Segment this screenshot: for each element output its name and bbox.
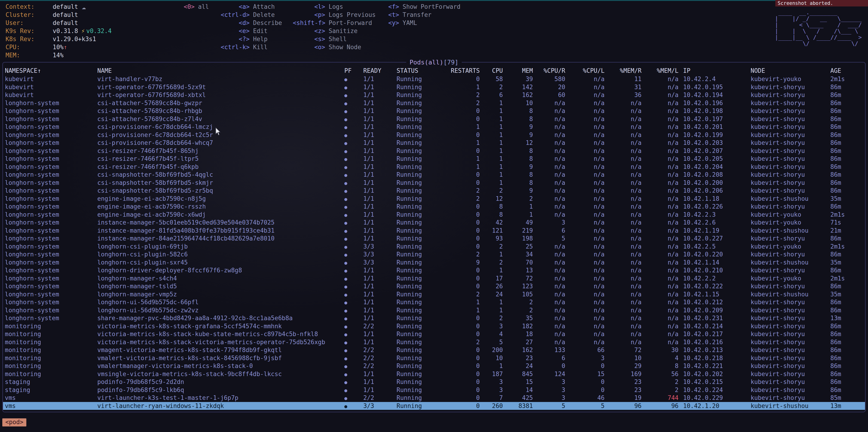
pod-row[interactable]: longhorn-system longhorn-manager-tsld5 ●… [3, 282, 865, 290]
pod-row[interactable]: longhorn-system csi-attacher-57689cc84b-… [3, 99, 865, 107]
pod-row[interactable]: longhorn-system csi-snapshotter-58bf69fb… [3, 187, 865, 195]
pod-row[interactable]: longhorn-system engine-image-ei-acb7590c… [3, 195, 865, 203]
cell-mem-l: n/a [643, 195, 680, 202]
pod-row[interactable]: longhorn-system longhorn-csi-plugin-69tj… [3, 242, 865, 251]
hotkey-menu-item[interactable]: <t> Transfer [388, 11, 467, 19]
ready-dot-icon: ● [344, 276, 347, 281]
cell-mem-r: n/a [607, 267, 643, 274]
pod-row[interactable]: longhorn-system longhorn-manager-s4ch4 ●… [3, 274, 865, 283]
pod-row[interactable]: longhorn-system instance-manager-84ae215… [3, 234, 865, 242]
pod-row[interactable]: longhorn-system instance-manager-81fd5a4… [3, 227, 865, 235]
hotkey-menu-item[interactable]: <shift-f> Port-Forward [293, 19, 388, 27]
cell-cpu-r: n/a [535, 123, 567, 130]
cell-namespace: longhorn-system [3, 107, 97, 114]
hotkey-menu-item[interactable]: <0> all [183, 3, 221, 11]
cell-ip: 10.42.0.212 [680, 299, 747, 306]
hotkey-key: <0> [183, 3, 194, 11]
cell-cpu: 3 [482, 323, 505, 330]
k9s-rev-row: K9s Rev: v0.31.8 ⚡ v0.32.4 [5, 27, 178, 35]
cell-pf: ● [342, 355, 363, 362]
cell-mem-r: n/a [607, 100, 643, 106]
pod-row[interactable]: monitoring victoria-metrics-k8s-stack-vi… [3, 338, 865, 346]
hotkey-menu-item[interactable]: <ctrl-d> Delete [221, 11, 293, 19]
ready-dot-icon: ● [344, 404, 347, 409]
pod-row[interactable]: longhorn-system instance-manager-5bc01ee… [3, 219, 865, 227]
cell-status: Running [397, 314, 449, 322]
pod-row[interactable]: longhorn-system csi-resizer-7466f7b45f-q… [3, 163, 865, 171]
cell-restarts: 1 [449, 307, 482, 314]
pod-row[interactable]: monitoring vmsingle-victoria-metrics-k8s… [3, 370, 865, 378]
cell-ip: 10.42.0.226 [680, 203, 747, 210]
cell-node: kubevirt-shoryu [747, 314, 827, 322]
hotkey-menu-item[interactable]: <f> Show PortForward [388, 3, 467, 11]
cell-node: kubevirt-youko [747, 275, 827, 282]
cell-restarts: 1 [449, 299, 482, 306]
pod-row[interactable]: longhorn-system csi-attacher-57689cc84b-… [3, 107, 865, 115]
cell-ip: 10.42.0.229 [680, 394, 747, 401]
pod-row[interactable]: staging podinfo-79db68f5c9-lkb6q ● 1/1 R… [3, 386, 865, 394]
pod-row[interactable]: longhorn-system csi-provisioner-6c78dcb6… [3, 131, 865, 139]
hotkey-menu-item[interactable]: <o> Show Node [293, 43, 388, 51]
pod-row[interactable]: longhorn-system longhorn-csi-plugin-sxr4… [3, 259, 865, 267]
pod-row[interactable]: kubevirt virt-handler-v77bz ● 1/1 Runnin… [3, 75, 865, 83]
cell-mem-r: n/a [607, 307, 643, 314]
cell-ready: 1/1 [363, 370, 397, 377]
pod-row[interactable]: longhorn-system longhorn-ui-56d9b575dc-6… [3, 298, 865, 306]
hotkey-menu-item[interactable]: <?> Help [221, 35, 293, 43]
hotkey-column-filters: <0> all [183, 3, 221, 59]
pod-row[interactable]: longhorn-system csi-resizer-7466f7b45f-8… [3, 147, 865, 155]
hotkey-menu-item[interactable]: <p> Logs Previous [293, 11, 388, 19]
hotkey-menu-item[interactable]: <s> Shell [293, 35, 388, 43]
cell-status: Running [397, 339, 449, 345]
pod-row[interactable]: longhorn-system longhorn-csi-plugin-582c… [3, 251, 865, 259]
col-header-mem: MEM [505, 67, 535, 74]
pod-row[interactable]: monitoring victoria-metrics-k8s-stack-ku… [3, 330, 865, 338]
pod-row[interactable]: longhorn-system engine-image-ei-acb7590c… [3, 211, 865, 219]
pod-row[interactable]: vms virt-launcher-k3s-test-1-master-1-j6… [3, 394, 865, 402]
pod-row[interactable]: longhorn-system csi-snapshotter-58bf69fb… [3, 179, 865, 187]
hotkey-menu-item[interactable]: <a> Attach [221, 3, 293, 11]
cell-node: kubevirt-shoryu [747, 307, 827, 314]
cell-cpu-l: n/a [567, 187, 607, 194]
cell-pf: ● [342, 299, 363, 306]
cell-mem: 2 [505, 195, 535, 202]
hotkey-key: <l> [293, 3, 325, 11]
hotkey-menu-item[interactable]: <d> Describe [221, 19, 293, 27]
cell-pf: ● [342, 123, 363, 130]
cell-age: 86m [827, 171, 865, 178]
pod-row[interactable]: longhorn-system longhorn-driver-deployer… [3, 266, 865, 274]
cell-cpu-r: 60 [535, 92, 567, 98]
cell-node: kubevirt-shoryu [747, 331, 827, 337]
cell-namespace: longhorn-system [3, 179, 97, 186]
ready-dot-icon: ● [344, 204, 347, 210]
pod-row[interactable]: vms virt-launcher-ryan-windows-11-zkdqk … [3, 402, 865, 410]
cell-restarts: 1 [449, 84, 482, 91]
cell-restarts: 0 [449, 370, 482, 377]
pod-row[interactable]: longhorn-system csi-attacher-57689cc84b-… [3, 115, 865, 123]
hotkey-menu-item[interactable]: <e> Edit [221, 27, 293, 35]
hotkey-menu-item[interactable]: <l> Logs [293, 3, 388, 11]
pod-row[interactable]: kubevirt virt-operator-6776f5689d-5zx9t … [3, 83, 865, 91]
pod-row[interactable]: longhorn-system csi-provisioner-6c78dcb6… [3, 139, 865, 147]
pod-row[interactable]: monitoring vmalertmanager-victoria-metri… [3, 362, 865, 370]
pods-table-body: kubevirt virt-handler-v77bz ● 1/1 Runnin… [3, 75, 865, 410]
cell-cpu-l: n/a [567, 339, 607, 345]
pod-row[interactable]: longhorn-system longhorn-manager-vmp5z ●… [3, 290, 865, 298]
hotkey-menu-item[interactable]: <z> Sanitize [293, 27, 388, 35]
pod-row[interactable]: monitoring victoria-metrics-k8s-stack-gr… [3, 322, 865, 330]
hotkey-menu-item[interactable]: <y> YAML [388, 19, 467, 27]
pod-row[interactable]: kubevirt virt-operator-6776f5689d-xbtxl … [3, 91, 865, 99]
pod-row[interactable]: monitoring vmalert-victoria-metrics-k8s-… [3, 354, 865, 362]
pod-row[interactable]: longhorn-system longhorn-ui-56d9b575dc-z… [3, 306, 865, 314]
pod-row[interactable]: longhorn-system engine-image-ei-acb7590c… [3, 203, 865, 211]
pod-row[interactable]: monitoring vmagent-victoria-metrics-k8s-… [3, 346, 865, 354]
cell-node: kubevirt-shoryu [747, 235, 827, 242]
pod-row[interactable]: longhorn-system csi-resizer-7466f7b45f-l… [3, 155, 865, 163]
pod-row[interactable]: longhorn-system csi-snapshotter-58bf69fb… [3, 171, 865, 179]
cell-ip: 10.42.0.217 [680, 331, 747, 337]
pod-row[interactable]: longhorn-system csi-provisioner-6c78dcb6… [3, 123, 865, 131]
hotkey-menu-item[interactable]: <ctrl-k> Kill [221, 43, 293, 51]
cell-restarts: 9 [449, 259, 482, 266]
pod-row[interactable]: longhorn-system share-manager-pvc-4bbd84… [3, 314, 865, 322]
pod-row[interactable]: staging podinfo-79db68f5c9-2d2dn ● 1/1 R… [3, 378, 865, 386]
